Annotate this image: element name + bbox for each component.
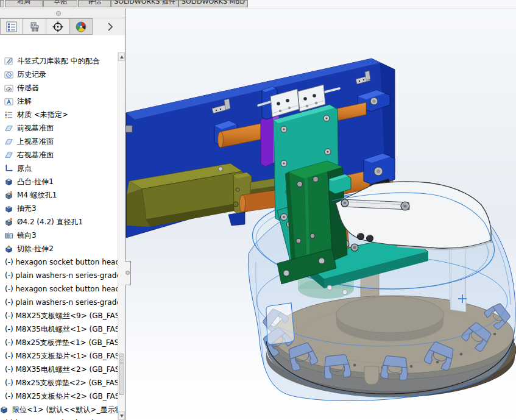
- tree-item-label: (-) M8x25支板弹垫<1> (GB_FAST: [5, 338, 118, 348]
- ribbon-tab-bar: 布局 草图 评估 SOLIDWORKS 插件 SOLIDWORKS MBD: [0, 0, 516, 9]
- tree-item-label: 右视基准面: [17, 150, 54, 160]
- tree-item-history[interactable]: 历史记录: [0, 68, 118, 81]
- model-canvas[interactable]: [125, 0, 516, 420]
- tree-item-label: (-) plain washers-n series-grade: [5, 298, 118, 307]
- chevron-right-icon: [107, 22, 113, 32]
- tree-item-fastener[interactable]: (-) hexagon socket head cap sc: [0, 416, 118, 420]
- tree-item-label: (-) M8X25支板垫片<2> (GB_FAS: [5, 391, 118, 402]
- tree-item-label: 注解: [17, 96, 32, 107]
- tree-item-limit-component[interactable]: 限位<1> (默认<<默认>_显示状态: [0, 403, 118, 416]
- panel-splitter-handle[interactable]: [56, 11, 61, 16]
- tree-item-tapped-hole[interactable]: M4 螺纹孔1: [0, 188, 118, 202]
- tree-item-fastener[interactable]: (-) M8X35电机螺丝<1> (GB_FAS: [0, 322, 118, 336]
- tree-item-label: 切除-拉伸2: [17, 244, 54, 254]
- tree-item-label: 斗笠式刀库装配 中的配合: [17, 56, 100, 66]
- tree-item-label: 原点: [17, 163, 32, 174]
- ribbon-tab-label: SOLIDWORKS MBD: [179, 0, 247, 7]
- feature-manager-tree-tab[interactable]: [0, 18, 23, 35]
- tree-item-label: 前视基准面: [17, 123, 54, 133]
- ribbon-tab-addins[interactable]: SOLIDWORKS 插件: [111, 0, 178, 7]
- tree-item-shell[interactable]: 抽壳3: [0, 202, 118, 215]
- plane-icon: [4, 137, 13, 146]
- tree-item-fastener[interactable]: (-) M8x25支板弹垫<1> (GB_FAST: [0, 336, 118, 349]
- tree-item-label: Ø4.2 (4.2) 直径孔1: [17, 217, 83, 227]
- manager-tab-strip: [0, 18, 125, 35]
- tree-item-label: (-) M8X25支板垫片<1> (GB_FAS: [5, 351, 118, 361]
- feature-manager-panel: 斗笠式刀库装配 中的配合 历史记录 传感器 注解 材质 <未指定> 前视基准面 …: [0, 8, 125, 420]
- tree-item-origin[interactable]: 原点: [0, 162, 118, 175]
- ribbon-tab-label: 草图: [44, 0, 77, 7]
- ribbon-tab-label: SOLIDWORKS 插件: [111, 0, 178, 7]
- scroll-down-button[interactable]: [118, 411, 125, 420]
- tree-item-label: (-) hexagon socket button head: [5, 258, 118, 266]
- tree-item-right-plane[interactable]: 右视基准面: [0, 148, 118, 162]
- panel-header: [0, 8, 125, 18]
- tree-item-fastener[interactable]: (-) hexagon socket button head: [0, 255, 118, 269]
- plane-icon: [4, 151, 13, 160]
- triangle-up-icon: [120, 55, 124, 59]
- tree-item-top-plane[interactable]: 上视基准面: [0, 135, 118, 148]
- tree-item-material[interactable]: 材质 <未指定>: [0, 108, 118, 121]
- origin-icon: [4, 164, 13, 173]
- tree-item-mirror[interactable]: 镜向3: [0, 229, 118, 242]
- tree-item-fastener[interactable]: (-) plain washers-n series-grade: [0, 269, 118, 282]
- tree-item-label: (-) M8x25支板弹垫<2> (GB_FAST: [5, 378, 118, 388]
- tree-scrollbar[interactable]: [118, 52, 125, 420]
- display-manager-tab[interactable]: [69, 18, 93, 35]
- tree-item-label: 抽壳3: [17, 204, 37, 214]
- tree-item-label: 材质 <未指定>: [17, 110, 68, 120]
- tree-item-boss-extrude[interactable]: 凸台-拉伸1: [0, 175, 118, 188]
- dimxpert-manager-tab[interactable]: [46, 18, 69, 35]
- ribbon-tab-partial[interactable]: [0, 0, 4, 7]
- tree-item-fastener[interactable]: (-) M8X25支板垫片<2> (GB_FAS: [0, 390, 118, 403]
- annotations-icon: [4, 97, 13, 106]
- tree-item-fastener[interactable]: (-) hexagon socket button head: [0, 282, 118, 296]
- hole-wizard-icon: [4, 191, 13, 200]
- tree-item-fastener[interactable]: (-) M8X35电机螺丝<2> (GB_FAS: [0, 363, 118, 376]
- tree-item-front-plane[interactable]: 前视基准面: [0, 121, 118, 135]
- tree-item-cut-extrude[interactable]: 切除-拉伸2: [0, 242, 118, 255]
- ribbon-tab-evaluate[interactable]: 评估: [78, 0, 111, 7]
- graphics-viewport[interactable]: [125, 0, 516, 420]
- scrollbar-thumb[interactable]: [119, 354, 124, 395]
- tree-item-label: 上视基准面: [17, 137, 54, 147]
- tree-item-fastener[interactable]: (-) M8X25支板垫片<1> (GB_FAS: [0, 349, 118, 363]
- tree-item-dia-hole[interactable]: Ø4.2 (4.2) 直径孔1: [0, 215, 118, 229]
- panel-collapse-tab[interactable]: [125, 261, 131, 285]
- feature-manager-tree-icon: [5, 21, 18, 33]
- ribbon-tab-sketch[interactable]: 草图: [43, 0, 77, 7]
- property-manager-icon: [29, 21, 41, 33]
- tree-item-label: (-) M8X35电机螺丝<1> (GB_FAS: [5, 324, 118, 335]
- tree-item-sensors[interactable]: 传感器: [0, 81, 118, 94]
- tree-item-label: (-) M8X35电机螺丝<2> (GB_FAS: [5, 365, 118, 375]
- sensors-icon: [4, 84, 13, 93]
- dimxpert-manager-icon: [52, 21, 64, 33]
- tree-item-mates[interactable]: 斗笠式刀库装配 中的配合: [0, 54, 118, 68]
- scroll-up-button[interactable]: [118, 52, 125, 61]
- tree-item-label: M4 螺纹孔1: [17, 190, 57, 201]
- ribbon-tab-layout[interactable]: 布局: [5, 0, 43, 7]
- tree-item-label: (-) plain washers-n series-grade: [5, 271, 118, 280]
- plane-icon: [4, 124, 13, 133]
- hole-wizard-icon: [4, 218, 13, 227]
- tree-item-fastener[interactable]: (-) plain washers-n series-grade: [0, 296, 118, 309]
- tree-item-label: 传感器: [17, 83, 39, 93]
- panel-expand-chevron[interactable]: [107, 18, 113, 35]
- tree-item-fastener[interactable]: (-) M8X25支板螺丝<9> (GB_FAS: [0, 309, 118, 322]
- boss-extrude-icon: [4, 177, 13, 187]
- tree-item-label: (-) hexagon socket button head: [5, 285, 118, 293]
- property-manager-tab[interactable]: [23, 18, 46, 35]
- tree-item-annotations[interactable]: 注解: [0, 94, 118, 108]
- mates-icon: [4, 57, 13, 66]
- tree-item-label: 历史记录: [17, 69, 46, 80]
- clamp-foot[interactable]: [228, 212, 245, 226]
- cut-extrude-icon: [4, 244, 13, 254]
- ribbon-tab-label: 布局: [5, 0, 42, 7]
- feature-tree: 斗笠式刀库装配 中的配合 历史记录 传感器 注解 材质 <未指定> 前视基准面 …: [0, 35, 118, 420]
- ribbon-tab-mbd[interactable]: SOLIDWORKS MBD: [178, 0, 248, 7]
- shell-icon: [4, 204, 13, 213]
- triangle-down-icon: [120, 415, 124, 418]
- tree-item-fastener[interactable]: (-) M8x25支板弹垫<2> (GB_FAST: [0, 376, 118, 390]
- component-icon: [0, 405, 9, 415]
- solidworks-window: 布局 草图 评估 SOLIDWORKS 插件 SOLIDWORKS MBD: [0, 0, 516, 420]
